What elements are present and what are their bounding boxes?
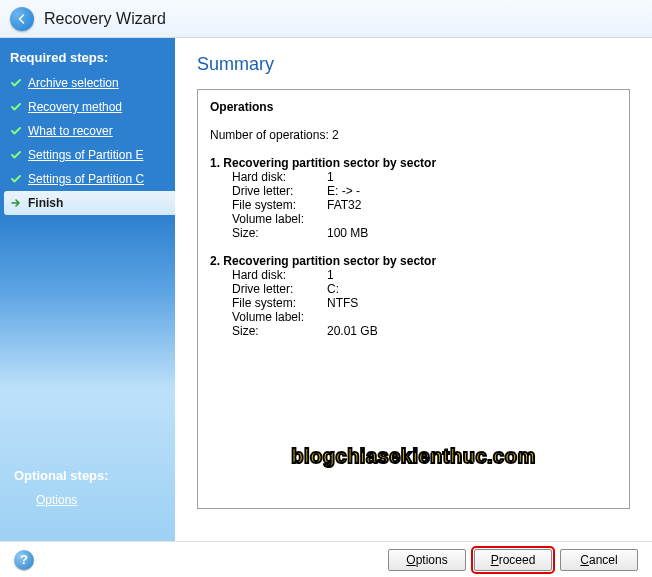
checkmark-icon bbox=[10, 125, 24, 137]
required-steps-header: Required steps: bbox=[0, 48, 175, 71]
operation-title: 1. Recovering partition sector by sector bbox=[210, 156, 617, 170]
op-row: File system:NTFS bbox=[210, 296, 617, 310]
window-title: Recovery Wizard bbox=[44, 10, 166, 28]
optional-steps-header: Optional steps: bbox=[10, 466, 165, 489]
step-archive-selection[interactable]: Archive selection bbox=[0, 71, 175, 95]
op-key: File system: bbox=[232, 296, 327, 310]
main-panel: Summary Operations Number of operations:… bbox=[175, 38, 652, 541]
checkmark-icon bbox=[10, 173, 24, 185]
op-value: 100 MB bbox=[327, 226, 368, 240]
step-label: Settings of Partition E bbox=[28, 148, 143, 162]
op-key: Volume label: bbox=[232, 310, 327, 324]
op-value: 1 bbox=[327, 268, 334, 282]
summary-box: Operations Number of operations: 2 1. Re… bbox=[197, 89, 630, 509]
step-settings-partition-c[interactable]: Settings of Partition C bbox=[0, 167, 175, 191]
op-row: Volume label: bbox=[210, 212, 617, 226]
op-row: File system:FAT32 bbox=[210, 198, 617, 212]
arrow-left-icon bbox=[16, 13, 28, 25]
operations-count: Number of operations: 2 bbox=[210, 128, 617, 142]
checkmark-icon bbox=[10, 149, 24, 161]
op-value: FAT32 bbox=[327, 198, 361, 212]
step-settings-partition-e[interactable]: Settings of Partition E bbox=[0, 143, 175, 167]
proceed-button[interactable]: Proceed bbox=[474, 549, 552, 571]
operation-block: 2. Recovering partition sector by sector… bbox=[210, 254, 617, 338]
arrow-right-icon bbox=[10, 197, 24, 209]
op-key: Drive letter: bbox=[232, 184, 327, 198]
proceed-button-label: roceed bbox=[499, 553, 536, 567]
op-key: Hard disk: bbox=[232, 170, 327, 184]
options-link[interactable]: Options bbox=[10, 489, 165, 511]
op-row: Hard disk:1 bbox=[210, 268, 617, 282]
op-key: Size: bbox=[232, 226, 327, 240]
op-key: Hard disk: bbox=[232, 268, 327, 282]
checkmark-icon bbox=[10, 77, 24, 89]
step-what-to-recover[interactable]: What to recover bbox=[0, 119, 175, 143]
op-key: File system: bbox=[232, 198, 327, 212]
operations-header: Operations bbox=[210, 100, 617, 114]
cancel-button[interactable]: Cancel bbox=[560, 549, 638, 571]
op-key: Volume label: bbox=[232, 212, 327, 226]
op-value: C: bbox=[327, 282, 339, 296]
op-row: Volume label: bbox=[210, 310, 617, 324]
op-row: Size:20.01 GB bbox=[210, 324, 617, 338]
titlebar: Recovery Wizard bbox=[0, 0, 652, 38]
checkmark-icon bbox=[10, 101, 24, 113]
op-row: Hard disk:1 bbox=[210, 170, 617, 184]
op-value: 1 bbox=[327, 170, 334, 184]
page-title: Summary bbox=[197, 54, 630, 75]
op-value: E: -> - bbox=[327, 184, 360, 198]
step-label: Archive selection bbox=[28, 76, 119, 90]
watermark-text: blogchiasekienthuc.com bbox=[291, 445, 535, 468]
operation-title: 2. Recovering partition sector by sector bbox=[210, 254, 617, 268]
back-button[interactable] bbox=[10, 7, 34, 31]
step-label: What to recover bbox=[28, 124, 113, 138]
op-value: 20.01 GB bbox=[327, 324, 378, 338]
op-key: Size: bbox=[232, 324, 327, 338]
options-button-label: ptions bbox=[416, 553, 448, 567]
op-row: Size:100 MB bbox=[210, 226, 617, 240]
help-icon[interactable]: ? bbox=[14, 550, 34, 570]
step-label: Finish bbox=[28, 196, 63, 210]
op-row: Drive letter:C: bbox=[210, 282, 617, 296]
step-label: Settings of Partition C bbox=[28, 172, 144, 186]
op-value: NTFS bbox=[327, 296, 358, 310]
op-key: Drive letter: bbox=[232, 282, 327, 296]
operation-block: 1. Recovering partition sector by sector… bbox=[210, 156, 617, 240]
cancel-button-label: ancel bbox=[589, 553, 618, 567]
footer: ? Options Proceed Cancel bbox=[0, 541, 652, 577]
step-finish[interactable]: Finish bbox=[4, 191, 175, 215]
options-button[interactable]: Options bbox=[388, 549, 466, 571]
optional-steps: Optional steps: Options bbox=[0, 466, 175, 511]
op-row: Drive letter:E: -> - bbox=[210, 184, 617, 198]
sidebar: Required steps: Archive selection Recove… bbox=[0, 38, 175, 541]
step-label: Recovery method bbox=[28, 100, 122, 114]
step-recovery-method[interactable]: Recovery method bbox=[0, 95, 175, 119]
